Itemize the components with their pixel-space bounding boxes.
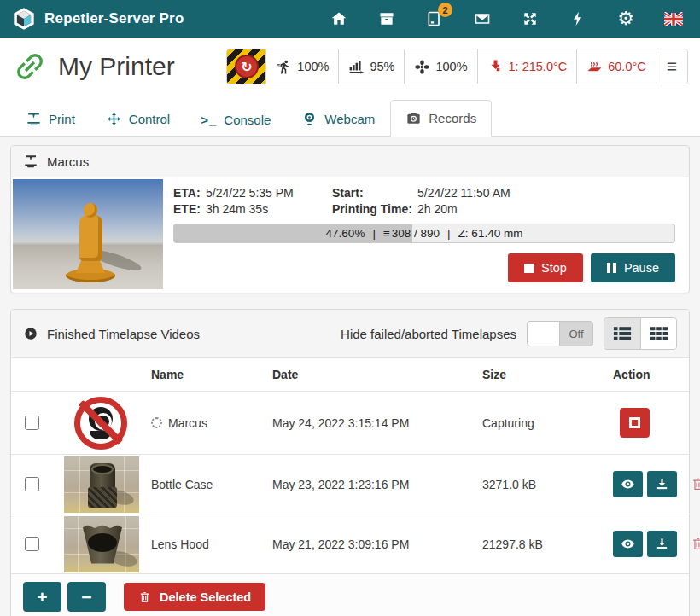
row-checkbox[interactable]	[25, 477, 39, 491]
fan-indicator[interactable]: 100%	[405, 49, 477, 84]
move-arrows-icon	[106, 111, 122, 127]
printer-name: My Printer	[58, 52, 175, 81]
hide-failed-toggle[interactable]: Off	[527, 321, 593, 346]
tab-webcam-label: Webcam	[324, 112, 375, 126]
stop-label: Stop	[541, 261, 567, 275]
play-circle-icon	[23, 326, 38, 341]
archive-box-icon[interactable]	[377, 9, 396, 28]
download-button[interactable]	[647, 471, 677, 497]
printing-time-label: Printing Time:	[332, 202, 417, 216]
job-panel-header: Marcus	[11, 146, 689, 177]
trash-icon	[138, 590, 151, 604]
tab-console[interactable]: >_ Console	[185, 102, 286, 137]
printers-icon[interactable]: 2	[425, 9, 444, 28]
layers-icon: ≡	[383, 227, 389, 240]
list-view-button[interactable]	[604, 318, 640, 349]
bed-temp-value: 60.0°C	[608, 60, 646, 73]
deselect-all-button[interactable]: −	[67, 582, 106, 612]
progress-percent: 47.60%	[326, 227, 365, 240]
z-height: Z: 61.40 mm	[458, 227, 523, 240]
tab-records[interactable]: Records	[390, 100, 492, 137]
col-name: Name	[141, 368, 262, 381]
video-name: Marcus	[168, 416, 207, 430]
col-size: Size	[472, 368, 604, 381]
speed-runner-icon	[276, 59, 292, 75]
fullscreen-arrows-icon[interactable]	[521, 9, 540, 28]
speed-indicator[interactable]: 100%	[266, 49, 339, 84]
video-size: 21297.8 kB	[472, 538, 604, 551]
list-view-icon	[613, 325, 632, 342]
printer-tabs: Print Control >_ Console Webcam Records	[0, 92, 700, 137]
extruder-temp-value: 1: 215.0°C	[509, 60, 568, 73]
video-date: May 23, 2022 1:23:16 PM	[262, 478, 472, 491]
app-logo-icon	[12, 7, 36, 31]
pause-button[interactable]: Pause	[591, 253, 675, 282]
table-row-marcus: Marcus May 24, 2022 3:15:14 PM Capturing	[11, 391, 689, 454]
tab-webcam[interactable]: Webcam	[286, 101, 390, 137]
layer-count: 308 / 890	[392, 227, 440, 240]
grid-view-button[interactable]	[640, 318, 676, 349]
tab-control[interactable]: Control	[90, 101, 185, 137]
video-date: May 24, 2022 3:15:14 PM	[262, 416, 472, 430]
timelapse-panel-header: Finished Timelapse Videos Hide failed/ab…	[11, 310, 689, 358]
toggle-knob	[528, 322, 560, 346]
bed-temp-indicator[interactable]: 60.0°C	[577, 49, 656, 84]
download-button[interactable]	[647, 531, 677, 557]
video-thumbnail[interactable]	[64, 516, 139, 572]
heated-bed-icon	[586, 59, 603, 75]
job-meta: ETA: 5/24/22 5:35 PM Start: 5/24/22 11:5…	[173, 186, 675, 216]
preview-button[interactable]	[613, 471, 643, 497]
hide-failed-label: Hide failed/aborted Timelapses	[341, 327, 516, 341]
timelapse-table-header: Name Date Size Action	[11, 358, 689, 391]
printer-menu-button[interactable]: ≡	[656, 49, 687, 84]
ete-label: ETE:	[173, 202, 206, 216]
download-icon	[655, 477, 669, 491]
messages-icon[interactable]	[473, 9, 492, 28]
emergency-stop-button[interactable]: ↻	[227, 49, 266, 84]
row-checkbox[interactable]	[25, 416, 39, 430]
delete-selected-label: Delete Selected	[160, 590, 251, 604]
fan-icon	[414, 59, 430, 75]
printer-header: My Printer ↻ 100% 95%	[0, 38, 700, 92]
delete-selected-button[interactable]: Delete Selected	[124, 583, 265, 611]
col-action: Action	[604, 368, 689, 381]
pause-label: Pause	[624, 261, 659, 275]
video-thumbnail[interactable]	[64, 456, 139, 513]
delete-row-button[interactable]	[689, 476, 700, 493]
fan-value: 100%	[435, 60, 467, 73]
current-job-panel: Marcus ETA: 5/24/22 5:35 PM Start: 5/24/…	[10, 145, 690, 293]
ete-value: 3h 24m 35s	[206, 202, 332, 216]
start-label: Start:	[332, 186, 417, 200]
emergency-stop-icon: ↻	[235, 55, 259, 78]
preview-button[interactable]	[613, 531, 643, 557]
video-name: Lens Hood	[151, 538, 209, 551]
printer-status-bar: ↻ 100% 95%	[226, 49, 688, 84]
flow-indicator[interactable]: 95%	[339, 49, 405, 84]
progress-separator: |	[372, 227, 376, 240]
top-navbar: Repetier-Server Pro 2 ⚙	[0, 0, 700, 38]
eye-icon	[621, 477, 635, 491]
tab-records-label: Records	[429, 111, 476, 125]
extruder-temp-indicator[interactable]: 1: 215.0°C	[478, 49, 578, 84]
stop-square-icon	[629, 417, 640, 428]
settings-gear-icon[interactable]: ⚙	[616, 9, 635, 28]
printer-job-icon	[23, 154, 38, 169]
extruder-icon	[487, 59, 504, 75]
start-value: 5/24/22 11:50 AM	[417, 186, 675, 200]
language-flag-icon[interactable]	[664, 9, 683, 28]
delete-row-button[interactable]	[689, 536, 700, 553]
select-all-button[interactable]: +	[23, 582, 61, 612]
row-checkbox[interactable]	[25, 537, 39, 551]
home-icon[interactable]	[330, 9, 348, 28]
webcam-icon	[301, 111, 318, 127]
stop-capture-button[interactable]	[620, 408, 650, 438]
progress-separator2: |	[447, 227, 451, 240]
video-size: 3271.0 kB	[472, 478, 604, 491]
eye-icon	[621, 537, 635, 551]
power-bolt-icon[interactable]	[569, 9, 587, 28]
col-date: Date	[262, 368, 472, 381]
stop-button[interactable]: Stop	[508, 253, 583, 282]
tab-print[interactable]: Print	[10, 101, 90, 137]
printing-time-value: 2h 20m	[417, 202, 675, 216]
pause-icon	[607, 263, 616, 273]
